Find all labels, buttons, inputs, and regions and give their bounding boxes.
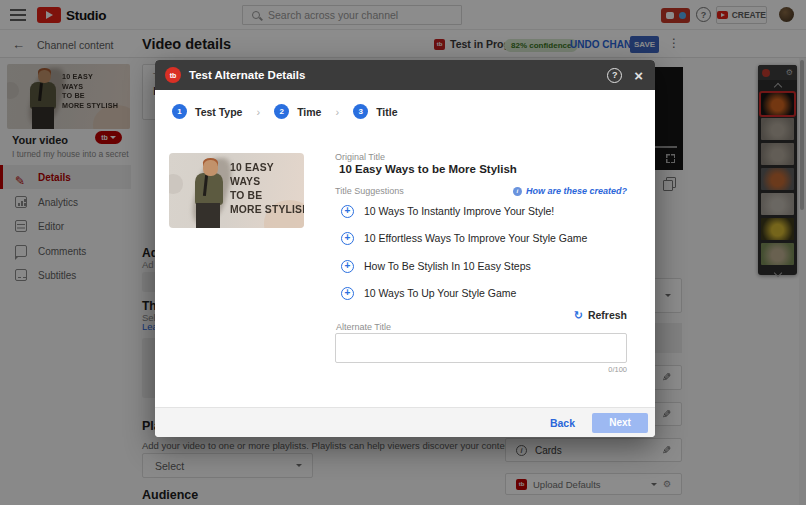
suggestions-header: Title Suggestions i How are these create… — [335, 186, 627, 196]
chevron-right-icon: › — [256, 106, 260, 118]
suggestion-text: How To Be Stylish In 10 Easy Steps — [364, 260, 531, 272]
info-icon: i — [513, 187, 522, 196]
step-1-label[interactable]: Test Type — [195, 106, 242, 118]
alternate-title-label: Alternate Title — [336, 322, 391, 332]
suggestion-text: 10 Ways To Instantly Improve Your Style! — [364, 205, 554, 217]
video-thumbnail-preview: 10 EASY WAYS TO BE MORE STYLISH — [169, 153, 304, 228]
add-circle-icon[interactable]: + — [341, 205, 354, 218]
modal-close-icon[interactable]: × — [634, 68, 643, 83]
refresh-icon: ↻ — [574, 310, 583, 321]
add-circle-icon[interactable]: + — [341, 287, 354, 300]
how-created-link-label: How are these created? — [526, 186, 627, 196]
next-button[interactable]: Next — [592, 413, 648, 433]
thumbnail-text: 10 EASY WAYS TO BE MORE STYLISH — [230, 160, 304, 216]
suggestion-item[interactable]: + 10 Ways To Instantly Improve Your Styl… — [341, 203, 627, 219]
step-2-circle: 2 — [274, 104, 289, 119]
modal-help-icon[interactable]: ? — [607, 68, 622, 83]
suggestion-item[interactable]: + 10 Ways To Up Your Style Game — [341, 285, 627, 301]
suggestion-item[interactable]: + How To Be Stylish In 10 Easy Steps — [341, 258, 627, 274]
youtube-studio-screen: Studio ? CREATE ← Channel content Video … — [0, 0, 806, 505]
original-title-value: 10 Easy Ways to be More Stylish — [339, 163, 517, 175]
chevron-right-icon: › — [335, 106, 339, 118]
original-title-label: Original Title — [335, 152, 385, 162]
modal-title: Test Alternate Details — [189, 69, 607, 81]
modal-header: tb Test Alternate Details ? × — [155, 60, 655, 90]
step-3-label[interactable]: Title — [376, 106, 397, 118]
refresh-button[interactable]: ↻ Refresh — [335, 309, 627, 321]
add-circle-icon[interactable]: + — [341, 260, 354, 273]
how-created-link[interactable]: i How are these created? — [513, 186, 627, 196]
suggestion-item[interactable]: + 10 Effortless Ways To Improve Your Sty… — [341, 230, 627, 246]
step-2-label[interactable]: Time — [297, 106, 321, 118]
refresh-label: Refresh — [588, 309, 627, 321]
alternate-title-input[interactable] — [335, 333, 627, 363]
step-3-circle: 3 — [353, 104, 368, 119]
tubebuddy-logo-icon: tb — [165, 67, 181, 83]
title-suggestions-label: Title Suggestions — [335, 186, 404, 196]
add-circle-icon[interactable]: + — [341, 232, 354, 245]
modal-footer: Back Next — [155, 407, 655, 437]
stepper: 1 Test Type › 2 Time › 3 Title — [172, 104, 398, 119]
test-alternate-details-modal: tb Test Alternate Details ? × 1 Test Typ… — [155, 60, 655, 437]
step-1-circle: 1 — [172, 104, 187, 119]
suggestion-text: 10 Ways To Up Your Style Game — [364, 287, 516, 299]
suggestion-text: 10 Effortless Ways To Improve Your Style… — [364, 232, 587, 244]
back-button[interactable]: Back — [550, 417, 575, 429]
character-counter: 0/100 — [335, 365, 627, 374]
